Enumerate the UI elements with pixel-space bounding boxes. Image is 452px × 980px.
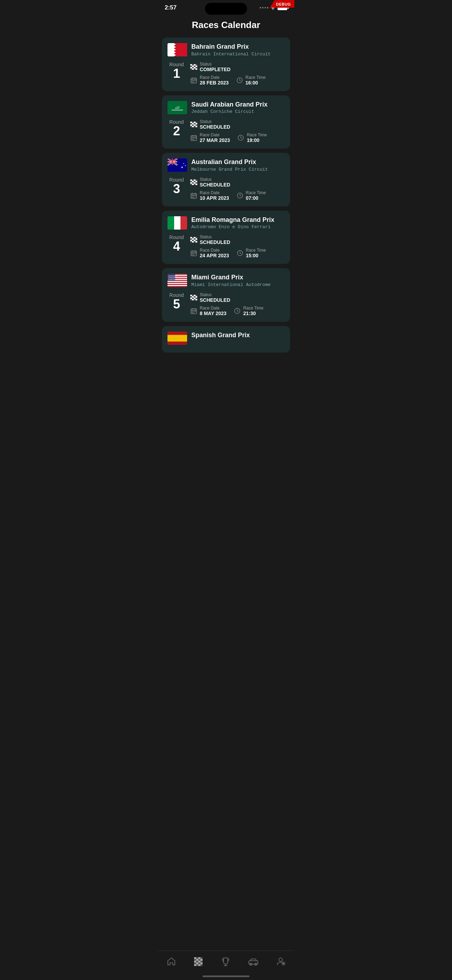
race-card-6[interactable]: Spanish Grand Prix bbox=[162, 326, 290, 353]
svg-rect-138 bbox=[167, 283, 187, 284]
svg-rect-56 bbox=[192, 139, 193, 140]
svg-rect-150 bbox=[194, 296, 196, 298]
svg-rect-40 bbox=[196, 123, 197, 124]
svg-rect-103 bbox=[174, 216, 180, 229]
status-row-2: Status SCHEDULED bbox=[190, 119, 285, 130]
svg-rect-129 bbox=[193, 255, 194, 255]
svg-line-60 bbox=[241, 138, 242, 138]
checkered-flag-icon-2 bbox=[190, 121, 197, 128]
svg-rect-9 bbox=[196, 65, 197, 67]
svg-rect-17 bbox=[196, 68, 197, 70]
svg-rect-70 bbox=[172, 158, 173, 165]
race-name-2: Saudi Arabian Grand Prix bbox=[191, 101, 267, 109]
race-card-4[interactable]: Emilia Romagna Grand Prix Autodromo Enzo… bbox=[162, 211, 290, 264]
race-card-5[interactable]: ★★★★★★ ★★★★★ ★★★★★★ Miami Grand Prix Mia… bbox=[162, 268, 290, 322]
svg-rect-89 bbox=[196, 184, 197, 185]
svg-rect-8 bbox=[194, 65, 196, 67]
nav-trophy[interactable] bbox=[216, 955, 235, 970]
svg-rect-105 bbox=[190, 237, 192, 238]
svg-rect-34 bbox=[192, 122, 194, 123]
round-number-2: 2 bbox=[167, 125, 186, 137]
svg-rect-78 bbox=[190, 181, 192, 182]
svg-rect-79 bbox=[192, 181, 194, 182]
svg-rect-74 bbox=[190, 180, 192, 181]
svg-rect-6 bbox=[190, 65, 192, 67]
flag-sa: الله bbox=[167, 101, 187, 114]
svg-rect-181 bbox=[201, 959, 202, 961]
svg-rect-35 bbox=[194, 122, 196, 123]
svg-rect-192 bbox=[198, 964, 201, 966]
race-details-3: Round 3 bbox=[167, 177, 285, 201]
round-block-2: Round 2 bbox=[167, 119, 186, 137]
races-icon bbox=[193, 956, 203, 969]
clock-icon-1 bbox=[236, 76, 244, 84]
race-circuit-3: Melbourne Grand Prix Circuit bbox=[191, 167, 268, 172]
status-value-1: COMPLETED bbox=[200, 67, 231, 72]
svg-rect-13 bbox=[196, 67, 197, 68]
clock-icon-2 bbox=[237, 134, 245, 142]
nav-home[interactable] bbox=[162, 955, 180, 970]
svg-rect-10 bbox=[190, 67, 192, 68]
svg-rect-165 bbox=[193, 311, 194, 312]
status-text-2: Status SCHEDULED bbox=[200, 119, 230, 130]
svg-rect-178 bbox=[194, 959, 196, 961]
race-title-block-6: Spanish Grand Prix bbox=[191, 332, 250, 339]
race-card-3[interactable]: ★ ★ ★ Australian Grand Prix Melbourne Gr… bbox=[162, 153, 290, 207]
date-text-1: Race Date 28 FEB 2023 bbox=[200, 75, 229, 86]
race-name-4: Emilia Romagna Grand Prix bbox=[191, 216, 274, 224]
svg-rect-191 bbox=[196, 964, 198, 966]
race-details-1: Round 1 bbox=[167, 62, 285, 86]
svg-rect-97 bbox=[192, 197, 193, 198]
svg-rect-145 bbox=[192, 295, 194, 296]
svg-rect-16 bbox=[194, 68, 196, 70]
status-label-1: Status bbox=[200, 62, 231, 67]
clock-icon-5 bbox=[233, 307, 241, 315]
svg-rect-186 bbox=[194, 963, 196, 964]
svg-rect-175 bbox=[196, 957, 198, 959]
svg-rect-139 bbox=[167, 285, 187, 286]
car-icon bbox=[248, 957, 259, 968]
flag-es bbox=[167, 332, 187, 345]
race-info-4: Status SCHEDULED bbox=[190, 234, 285, 258]
date-time-row-2: Race Date 27 MAR 2023 bbox=[190, 132, 285, 143]
svg-rect-96 bbox=[195, 196, 196, 196]
nav-profile[interactable] bbox=[272, 955, 290, 970]
flag-au: ★ ★ ★ bbox=[167, 158, 187, 172]
svg-rect-126 bbox=[193, 253, 194, 254]
svg-rect-88 bbox=[194, 184, 196, 185]
svg-rect-45 bbox=[190, 126, 192, 127]
svg-rect-156 bbox=[190, 299, 192, 301]
svg-rect-87 bbox=[192, 184, 194, 185]
race-card-2[interactable]: الله Saudi Arabian Grand Prix Jeddah Cor… bbox=[162, 95, 290, 149]
svg-rect-118 bbox=[192, 241, 194, 243]
calendar-icon-2 bbox=[190, 134, 197, 142]
svg-rect-53 bbox=[192, 138, 193, 138]
race-title-block-1: Bahrain Grand Prix Bahrain International… bbox=[191, 43, 271, 57]
race-name-5: Miami Grand Prix bbox=[191, 274, 271, 282]
svg-rect-190 bbox=[194, 964, 196, 966]
checkered-flag-icon-4 bbox=[190, 236, 197, 243]
svg-rect-115 bbox=[194, 240, 196, 241]
status-time: 2:57 bbox=[165, 4, 177, 11]
trophy-icon bbox=[221, 956, 231, 969]
race-card-1[interactable]: Bahrain Grand Prix Bahrain International… bbox=[162, 38, 290, 91]
svg-rect-33 bbox=[190, 122, 192, 123]
svg-rect-107 bbox=[194, 237, 196, 238]
svg-rect-80 bbox=[194, 181, 196, 182]
svg-rect-81 bbox=[196, 181, 197, 182]
svg-rect-182 bbox=[194, 961, 196, 963]
svg-rect-112 bbox=[196, 238, 197, 240]
race-info-1: Status COMPLETED bbox=[190, 62, 285, 86]
nav-car[interactable] bbox=[244, 956, 263, 969]
svg-rect-5 bbox=[196, 64, 197, 65]
svg-rect-110 bbox=[192, 238, 194, 240]
race-card-header-6: Spanish Grand Prix bbox=[167, 332, 285, 345]
svg-rect-113 bbox=[190, 240, 192, 241]
time-row-1: Race Time 16:00 bbox=[236, 75, 266, 86]
round-block-3: Round 3 bbox=[167, 177, 186, 195]
svg-rect-147 bbox=[196, 295, 197, 296]
page-title: Races Calendar bbox=[158, 14, 294, 38]
svg-line-132 bbox=[240, 253, 241, 254]
nav-races[interactable] bbox=[189, 955, 207, 970]
svg-marker-1 bbox=[174, 43, 187, 56]
